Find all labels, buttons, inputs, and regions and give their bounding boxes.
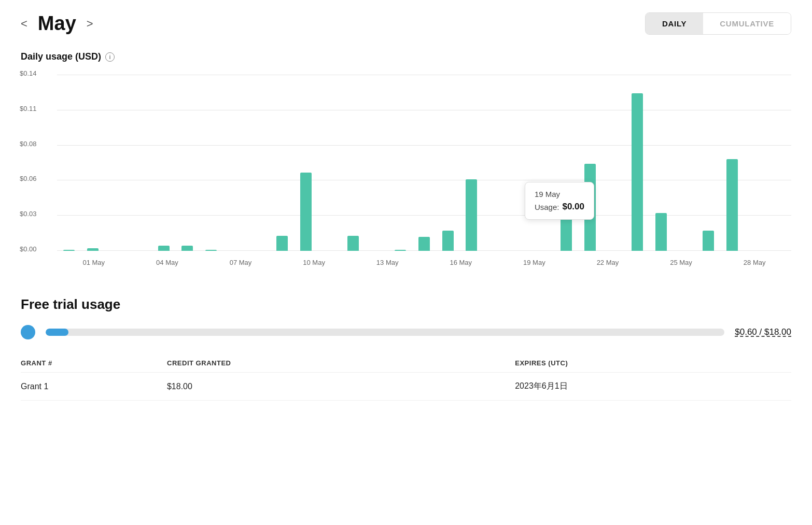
free-trial-section: Free trial usage $0.60 / $18.00 GRANT # … (21, 296, 791, 401)
x-label: 13 May (351, 259, 424, 266)
bar (632, 93, 643, 251)
tab-daily[interactable]: DAILY (646, 13, 703, 34)
bar-group[interactable] (696, 75, 720, 251)
x-label: 16 May (424, 259, 498, 266)
y-label-008: $0.08 (20, 140, 37, 148)
table-cell-grant: Grant 1 (21, 373, 136, 401)
table-header: GRANT # CREDIT GRANTED EXPIRES (UTC) (21, 354, 791, 373)
table-cell-expires: 2023年6月1日 (484, 373, 791, 401)
table-cell-credit: $18.00 (136, 373, 484, 401)
month-title: May (38, 12, 76, 35)
bar (655, 213, 667, 251)
y-label-000: $0.00 (20, 245, 37, 253)
bar-group[interactable] (649, 75, 673, 251)
bar-group[interactable] (81, 75, 105, 251)
bar-group[interactable] (530, 75, 554, 251)
chart-title: Daily usage (USD) i (21, 51, 791, 62)
bar-group[interactable] (365, 75, 389, 251)
x-label: 04 May (131, 259, 204, 266)
progress-amount: $0.60 / $18.00 (735, 327, 791, 337)
bar-group[interactable] (175, 75, 199, 251)
bar-group[interactable] (412, 75, 436, 251)
col-expires: EXPIRES (UTC) (484, 354, 791, 373)
bar (205, 250, 217, 251)
tab-cumulative[interactable]: CUMULATIVE (703, 13, 791, 34)
y-label-003: $0.03 (20, 210, 37, 218)
x-label: 10 May (277, 259, 351, 266)
chart-title-text: Daily usage (USD) (21, 51, 101, 62)
bar (442, 231, 454, 251)
usage-table: GRANT # CREDIT GRANTED EXPIRES (UTC) Gra… (21, 354, 791, 401)
y-label-011: $0.11 (20, 105, 37, 112)
bar-group[interactable] (673, 75, 696, 251)
x-axis-labels: 01 May04 May07 May10 May13 May16 May19 M… (57, 253, 791, 272)
bar (726, 159, 738, 251)
bar-group[interactable] (436, 75, 460, 251)
bar-group[interactable] (625, 75, 649, 251)
col-grant: GRANT # (21, 354, 136, 373)
x-label: 22 May (571, 259, 645, 266)
bar-group[interactable] (744, 75, 767, 251)
bar-group[interactable] (767, 75, 791, 251)
bar (561, 184, 572, 251)
progress-bar-fill (46, 329, 68, 336)
bar-group[interactable] (388, 75, 412, 251)
bar-group[interactable] (483, 75, 507, 251)
bar-group[interactable] (341, 75, 365, 251)
progress-dot (21, 325, 35, 339)
progress-bar-container (46, 329, 724, 336)
bar (300, 173, 312, 251)
bar (181, 246, 193, 251)
next-month-button[interactable]: > (87, 17, 93, 31)
bar-group[interactable] (720, 75, 744, 251)
table-header-row: GRANT # CREDIT GRANTED EXPIRES (UTC) (21, 354, 791, 373)
chart-wrapper: $0.14 $0.11 $0.08 $0.06 $0.03 $0.00 01 M… (21, 75, 791, 272)
x-label: 28 May (718, 259, 791, 266)
bars-area (57, 75, 791, 251)
header-left: < May > (21, 12, 93, 35)
bar-group[interactable] (246, 75, 270, 251)
table-body: Grant 1$18.002023年6月1日 (21, 373, 791, 401)
x-label: 19 May (498, 259, 571, 266)
bar (395, 250, 406, 251)
bar (158, 246, 170, 251)
bar-group[interactable] (104, 75, 128, 251)
y-label-006: $0.06 (20, 175, 37, 182)
bar-group[interactable] (128, 75, 152, 251)
view-tab-group: DAILY CUMULATIVE (645, 12, 791, 35)
bar (703, 231, 714, 251)
chart-section: Daily usage (USD) i $0.14 $0.11 $0.08 $0… (21, 51, 791, 272)
bar-group[interactable] (507, 75, 531, 251)
bar (347, 236, 359, 251)
bar (466, 179, 477, 251)
col-credit: CREDIT GRANTED (136, 354, 484, 373)
bar (418, 237, 430, 251)
table-row: Grant 1$18.002023年6月1日 (21, 373, 791, 401)
bar-group[interactable] (601, 75, 625, 251)
bar-group[interactable] (578, 75, 602, 251)
bar-group[interactable] (317, 75, 341, 251)
bar (584, 164, 596, 251)
bar-group[interactable] (152, 75, 176, 251)
x-label: 01 May (57, 259, 131, 266)
bar-group[interactable] (199, 75, 223, 251)
free-trial-title: Free trial usage (21, 296, 791, 313)
bar-group[interactable] (270, 75, 294, 251)
progress-row: $0.60 / $18.00 (21, 325, 791, 339)
bar (63, 250, 75, 251)
y-label-014: $0.14 (20, 69, 37, 77)
info-icon[interactable]: i (105, 52, 115, 62)
bar (276, 236, 288, 251)
bar-group[interactable] (554, 75, 578, 251)
page-header: < May > DAILY CUMULATIVE (21, 12, 791, 35)
bar-group[interactable] (294, 75, 318, 251)
bar-group[interactable] (223, 75, 247, 251)
bar-group[interactable] (459, 75, 483, 251)
prev-month-button[interactable]: < (21, 17, 27, 31)
x-label: 07 May (204, 259, 277, 266)
bar (87, 248, 99, 251)
bar-group[interactable] (57, 75, 81, 251)
x-label: 25 May (645, 259, 718, 266)
